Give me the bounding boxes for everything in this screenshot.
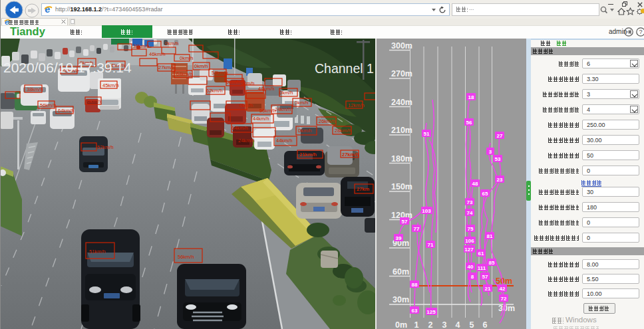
svg-text:60m: 60m bbox=[393, 267, 409, 276]
svg-text:3: 3 bbox=[442, 320, 447, 329]
svg-text:240m: 240m bbox=[391, 98, 412, 107]
svg-text:127: 127 bbox=[464, 247, 474, 253]
svg-text:81: 81 bbox=[487, 233, 493, 239]
svg-text:45km/h: 45km/h bbox=[102, 82, 119, 88]
svg-text:Channel 1: Channel 1 bbox=[315, 61, 374, 76]
svg-text:0km/h: 0km/h bbox=[87, 98, 100, 104]
svg-text:0m: 0m bbox=[395, 320, 407, 329]
svg-text:42: 42 bbox=[500, 286, 506, 292]
svg-text:44km/h: 44km/h bbox=[258, 86, 275, 92]
svg-text:44km/h: 44km/h bbox=[276, 138, 293, 144]
svg-text:52km/h: 52km/h bbox=[97, 144, 114, 150]
svg-text:74: 74 bbox=[467, 210, 473, 216]
svg-text:8: 8 bbox=[471, 274, 474, 280]
svg-text:65: 65 bbox=[482, 191, 488, 197]
svg-text:0km/h: 0km/h bbox=[226, 79, 240, 85]
svg-text:28km/h: 28km/h bbox=[335, 128, 351, 134]
svg-text:85: 85 bbox=[489, 260, 495, 266]
svg-text:38km/h: 38km/h bbox=[133, 43, 150, 49]
svg-text:56km/h: 56km/h bbox=[259, 108, 276, 114]
svg-text:72: 72 bbox=[501, 296, 507, 302]
svg-text:27km/h: 27km/h bbox=[342, 152, 359, 158]
svg-text:24km/h: 24km/h bbox=[275, 106, 291, 112]
svg-text:?: ? bbox=[639, 29, 642, 35]
svg-text:2020/06/10 17:39:14: 2020/06/10 17:39:14 bbox=[3, 60, 132, 75]
svg-text:56km/h: 56km/h bbox=[40, 102, 57, 108]
svg-text:71: 71 bbox=[428, 242, 434, 248]
svg-text:61: 61 bbox=[478, 251, 484, 257]
svg-text:0km/h: 0km/h bbox=[298, 128, 311, 134]
svg-text:125: 125 bbox=[426, 309, 436, 315]
svg-text:48: 48 bbox=[472, 181, 478, 187]
svg-text:21: 21 bbox=[485, 286, 491, 292]
svg-text:12km/h: 12km/h bbox=[348, 102, 365, 108]
svg-text:56: 56 bbox=[466, 120, 472, 126]
svg-text:27km: 27km bbox=[357, 186, 370, 192]
svg-text:3: 3 bbox=[489, 149, 492, 155]
svg-text:38km/h: 38km/h bbox=[27, 86, 43, 92]
svg-text:64km/h: 64km/h bbox=[58, 108, 75, 114]
svg-text:64km/h: 64km/h bbox=[176, 71, 193, 77]
svg-text:46km/h: 46km/h bbox=[149, 51, 166, 57]
svg-text:5: 5 bbox=[470, 320, 474, 329]
svg-text:0km/h: 0km/h bbox=[240, 102, 253, 108]
svg-text:106: 106 bbox=[465, 238, 474, 244]
svg-text:27: 27 bbox=[497, 133, 503, 139]
svg-text:210m: 210m bbox=[391, 126, 412, 135]
svg-text:51: 51 bbox=[424, 131, 430, 137]
svg-text:64km/h: 64km/h bbox=[232, 125, 248, 131]
svg-text:50m: 50m bbox=[496, 276, 512, 286]
svg-text:44km/h: 44km/h bbox=[253, 116, 269, 122]
svg-text:88: 88 bbox=[412, 282, 418, 288]
svg-text:180m: 180m bbox=[391, 154, 412, 164]
svg-text:21km/h: 21km/h bbox=[299, 152, 317, 158]
svg-text:0km/h: 0km/h bbox=[194, 63, 208, 69]
svg-text:75: 75 bbox=[468, 226, 474, 232]
svg-text:0km/h: 0km/h bbox=[241, 80, 254, 86]
svg-text:57: 57 bbox=[482, 274, 488, 280]
svg-text:0km/h: 0km/h bbox=[279, 90, 293, 96]
svg-text:57: 57 bbox=[402, 219, 408, 225]
svg-text:111: 111 bbox=[478, 265, 486, 271]
svg-text:23: 23 bbox=[497, 177, 503, 183]
svg-text:27km/h: 27km/h bbox=[158, 64, 175, 70]
svg-text:103: 103 bbox=[422, 208, 431, 214]
svg-text:56km/h: 56km/h bbox=[178, 254, 194, 260]
svg-text:270m: 270m bbox=[391, 69, 412, 78]
svg-text:77: 77 bbox=[414, 226, 420, 232]
svg-text:40: 40 bbox=[468, 264, 474, 270]
svg-text:73: 73 bbox=[467, 199, 473, 205]
svg-text:0km/h: 0km/h bbox=[165, 41, 178, 47]
svg-text:0km/h: 0km/h bbox=[180, 55, 193, 61]
svg-text:0km/h: 0km/h bbox=[295, 100, 308, 106]
svg-text:30m: 30m bbox=[498, 304, 515, 313]
svg-text:63: 63 bbox=[412, 308, 418, 314]
svg-text:4: 4 bbox=[456, 320, 460, 329]
svg-text:53: 53 bbox=[495, 156, 501, 162]
svg-text:300m: 300m bbox=[391, 41, 412, 51]
svg-text:18: 18 bbox=[468, 94, 474, 100]
svg-text:24km/h: 24km/h bbox=[238, 138, 255, 144]
svg-text:62km/h: 62km/h bbox=[206, 88, 223, 94]
svg-text:39: 39 bbox=[396, 235, 402, 241]
svg-text:26km/h: 26km/h bbox=[319, 118, 335, 124]
svg-text:150m: 150m bbox=[391, 182, 412, 191]
svg-text:2: 2 bbox=[428, 320, 433, 329]
svg-text:6: 6 bbox=[483, 320, 488, 329]
svg-text:51km/h: 51km/h bbox=[89, 249, 106, 255]
svg-text:58km/h: 58km/h bbox=[212, 70, 228, 76]
svg-text:1: 1 bbox=[414, 320, 419, 329]
svg-text:30m: 30m bbox=[393, 295, 409, 304]
